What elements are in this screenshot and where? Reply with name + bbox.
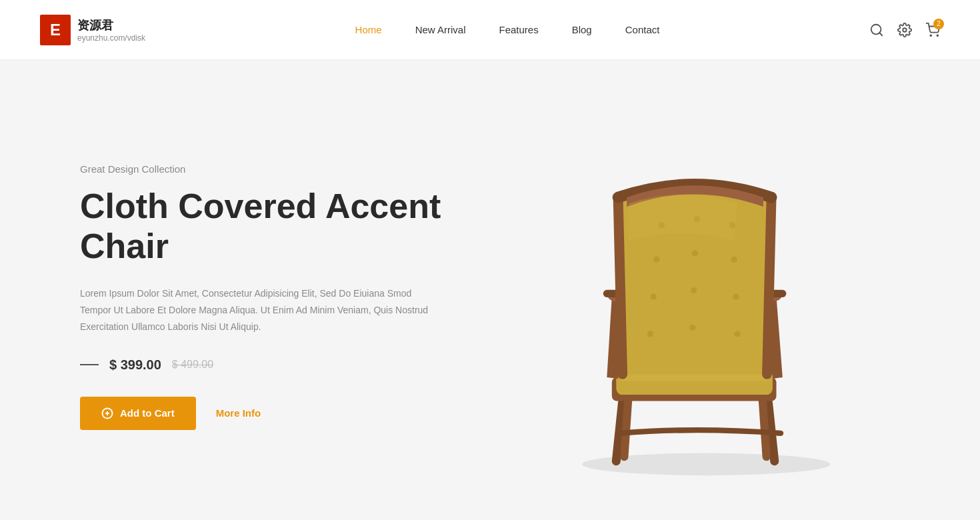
search-button[interactable]: [869, 23, 884, 37]
svg-line-1: [879, 33, 882, 35]
plus-circle-icon: [101, 407, 113, 419]
svg-point-21: [691, 287, 697, 293]
nav-features[interactable]: Features: [499, 24, 538, 35]
logo-name: 资源君: [77, 17, 145, 33]
svg-rect-11: [619, 373, 769, 381]
chair-illustration: [513, 117, 887, 477]
cart-badge: 2: [933, 19, 944, 29]
hero-description: Lorem Ipsum Dolor Sit Amet, Consectetur …: [80, 285, 440, 336]
hero-image: [500, 103, 900, 490]
svg-point-3: [930, 35, 931, 36]
hero-actions: Add to Cart More Info: [80, 397, 480, 430]
hero-section: Great Design Collection Cloth Covered Ac…: [0, 60, 980, 520]
svg-point-24: [689, 325, 695, 331]
gear-icon: [897, 23, 912, 37]
logo-text: 资源君 eyunzhu.com/vdisk: [77, 17, 145, 43]
nav-home[interactable]: Home: [355, 24, 382, 35]
logo-icon: E: [40, 15, 71, 45]
svg-point-19: [731, 256, 737, 262]
svg-point-20: [651, 293, 657, 299]
hero-content: Great Design Collection Cloth Covered Ac…: [80, 163, 480, 429]
header: E 资源君 eyunzhu.com/vdisk Home New Arrival…: [0, 0, 980, 60]
svg-point-22: [733, 293, 739, 299]
hero-collection-label: Great Design Collection: [80, 163, 480, 175]
svg-point-2: [903, 28, 907, 32]
nav-blog[interactable]: Blog: [572, 24, 592, 35]
svg-point-17: [653, 256, 659, 262]
logo-area: E 资源君 eyunzhu.com/vdisk: [40, 15, 145, 45]
logo-url: eyunzhu.com/vdisk: [77, 33, 145, 43]
hero-price: $ 399.00 $ 499.00: [80, 357, 480, 373]
price-original: $ 499.00: [172, 359, 213, 371]
svg-point-25: [734, 331, 740, 337]
price-current: $ 399.00: [109, 357, 161, 373]
main-nav: Home New Arrival Features Blog Contact: [355, 24, 660, 35]
cart-button[interactable]: 2: [925, 23, 940, 37]
svg-point-4: [937, 35, 938, 36]
price-dash: [80, 364, 99, 365]
add-to-cart-button[interactable]: Add to Cart: [80, 397, 196, 430]
nav-new-arrival[interactable]: New Arrival: [415, 24, 466, 35]
header-icons: 2: [869, 23, 940, 37]
search-icon: [869, 23, 884, 37]
nav-contact[interactable]: Contact: [625, 24, 660, 35]
settings-button[interactable]: [897, 23, 912, 37]
more-info-button[interactable]: More Info: [216, 407, 261, 419]
svg-point-18: [692, 250, 698, 256]
svg-point-23: [647, 331, 653, 337]
hero-title: Cloth Covered Accent Chair: [80, 187, 480, 267]
